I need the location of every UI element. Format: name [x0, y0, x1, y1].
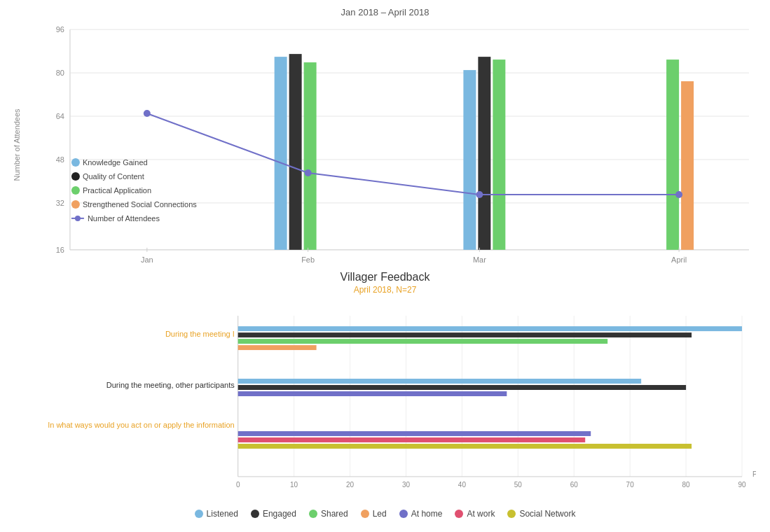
legend-led-dot [361, 510, 369, 518]
x-tick-0: 0 [236, 481, 240, 489]
bar-feb-knowledge [275, 57, 287, 250]
legend-led: Led [361, 509, 387, 519]
x-label-jan: Jan [141, 255, 153, 264]
bar-1-engaged [238, 332, 692, 337]
attendees-dot-jan [144, 110, 151, 117]
y-tick: 16 [56, 246, 64, 254]
legend-attendees-label: Number of Attendees [88, 214, 160, 223]
legend-socialnetwork-dot [507, 510, 516, 518]
legend-socialnetwork: Social Network [507, 509, 575, 519]
bar-2-athome [238, 391, 507, 396]
x-tick-90: 90 [738, 481, 746, 489]
bottom-chart-title: Villager Feedback [14, 271, 756, 284]
bar-feb-quality [289, 54, 302, 250]
legend-shared-dot [309, 510, 317, 518]
legend-social-dot [71, 200, 80, 209]
x-tick-40: 40 [458, 481, 467, 489]
bar-april-social [681, 81, 694, 250]
y-axis-label: Number of Attendees [14, 108, 21, 181]
attendees-dot-feb [305, 169, 312, 176]
bar-2-engaged [238, 385, 686, 390]
y-tick: 48 [56, 155, 64, 164]
top-chart-title: Jan 2018 – April 2018 [14, 7, 756, 18]
x-tick-70: 70 [626, 481, 635, 489]
bar-feb-practical [304, 62, 317, 250]
legend-listened-dot [195, 510, 203, 518]
bar-2-listened [238, 379, 641, 384]
legend-engaged-dot [251, 510, 259, 518]
bar-3-atwork [238, 438, 586, 442]
x-tick-60: 60 [570, 481, 579, 489]
x-label-mar: Mar [473, 255, 486, 264]
bar-1-listened [238, 326, 742, 331]
legend-quality-label: Quality of Content [83, 172, 144, 181]
bar-3-socialnetwork [238, 444, 692, 449]
bar-3-athome [238, 431, 591, 436]
bar-1-shared [238, 339, 608, 344]
x-tick-50: 50 [514, 481, 523, 489]
legend-athome-dot [399, 510, 408, 518]
cat-label-2: During the meeting, other participants [106, 381, 235, 389]
legend-attendees-dot [75, 216, 81, 221]
legend-shared-label: Shared [321, 509, 348, 519]
x-label-april: April [671, 255, 687, 264]
legend-engaged: Engaged [251, 509, 296, 519]
legend-listened: Listened [195, 509, 238, 519]
x-tick-10: 10 [290, 481, 298, 489]
bottom-chart-subtitle: April 2018, N=27 [14, 285, 756, 295]
bar-1-led [238, 345, 317, 350]
x-axis-label: Perce [752, 470, 756, 478]
legend-knowledge-dot [71, 158, 80, 167]
legend-atwork-label: At work [467, 509, 495, 519]
attendees-line [147, 113, 679, 195]
legend-knowledge-label: Knowledge Gained [83, 158, 148, 167]
bar-april-practical [666, 59, 679, 250]
legend-led-label: Led [373, 509, 387, 519]
attendees-dot-april [675, 191, 682, 198]
bar-mar-practical [493, 59, 505, 250]
legend-atwork-dot [455, 510, 463, 518]
legend-atwork: At work [455, 509, 495, 519]
attendees-dot-mar [476, 191, 483, 198]
x-tick-80: 80 [682, 481, 691, 489]
legend-quality-dot [71, 172, 80, 181]
legend-socialnetwork-label: Social Network [519, 509, 575, 519]
x-label-feb: Feb [301, 255, 315, 264]
legend-shared: Shared [309, 509, 348, 519]
bottom-legend: Listened Engaged Shared Led At home At w… [14, 509, 756, 519]
x-tick-20: 20 [346, 481, 355, 489]
bar-mar-quality [478, 57, 490, 250]
y-tick: 80 [56, 69, 64, 77]
legend-listened-label: Listened [207, 509, 238, 519]
x-tick-30: 30 [402, 481, 411, 489]
y-tick: 32 [56, 199, 64, 207]
cat-label-1: During the meeting I [165, 330, 235, 338]
legend-engaged-label: Engaged [263, 509, 296, 519]
y-tick: 64 [56, 112, 64, 120]
legend-practical-dot [71, 186, 80, 195]
legend-social-label: Strengthened Social Connections [83, 200, 197, 209]
legend-athome: At home [399, 509, 443, 519]
legend-practical-label: Practical Application [83, 186, 151, 195]
legend-athome-label: At home [411, 509, 443, 519]
cat-label-3a: In what ways would you act on or apply t… [48, 421, 234, 429]
bar-mar-knowledge [463, 70, 476, 250]
y-tick: 96 [56, 25, 64, 34]
